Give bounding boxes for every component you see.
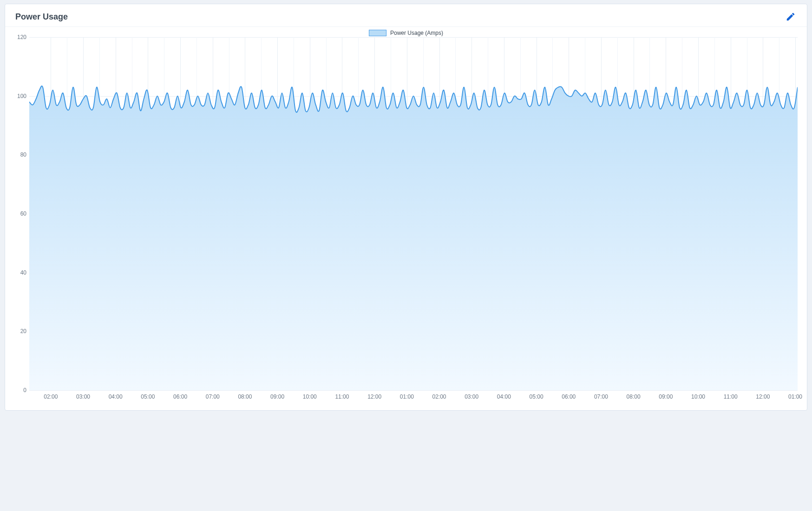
x-tick-label: 02:00 xyxy=(44,393,58,400)
x-tick-label: 09:00 xyxy=(659,393,673,400)
y-tick-label: 0 xyxy=(13,387,26,393)
x-tick-label: 06:00 xyxy=(562,393,576,400)
x-tick-label: 05:00 xyxy=(141,393,155,400)
x-tick-label: 12:00 xyxy=(756,393,770,400)
x-tick-label: 04:00 xyxy=(497,393,511,400)
x-tick-label: 08:00 xyxy=(627,393,641,400)
x-tick-label: 10:00 xyxy=(691,393,705,400)
x-tick-label: 07:00 xyxy=(594,393,608,400)
chart-area: 020406080100120 02:0003:0004:0005:0006:0… xyxy=(5,37,807,410)
x-tick-label: 01:00 xyxy=(400,393,414,400)
y-tick-label: 80 xyxy=(13,151,26,158)
x-tick-label: 03:00 xyxy=(76,393,90,400)
card-header: Power Usage xyxy=(5,4,807,27)
power-usage-card: Power Usage Power Usage (Amps) 020406080… xyxy=(5,4,807,411)
edit-button[interactable] xyxy=(783,9,799,25)
x-tick-label: 02:00 xyxy=(432,393,446,400)
y-tick-label: 120 xyxy=(13,34,26,40)
x-tick-label: 07:00 xyxy=(206,393,220,400)
x-tick-label: 11:00 xyxy=(335,393,349,400)
x-tick-label: 05:00 xyxy=(530,393,544,400)
x-tick-label: 01:00 xyxy=(788,393,802,400)
x-tick-label: 10:00 xyxy=(303,393,317,400)
legend-label: Power Usage (Amps) xyxy=(390,30,443,36)
x-tick-label: 03:00 xyxy=(465,393,478,400)
x-tick-label: 12:00 xyxy=(367,393,381,400)
x-tick-label: 06:00 xyxy=(173,393,187,400)
x-tick-label: 08:00 xyxy=(238,393,252,400)
chart-legend: Power Usage (Amps) xyxy=(5,27,807,37)
pencil-icon xyxy=(786,12,796,22)
y-tick-label: 60 xyxy=(13,210,26,217)
series-area xyxy=(29,86,798,390)
y-tick-label: 20 xyxy=(13,328,26,334)
y-tick-label: 40 xyxy=(13,269,26,276)
x-tick-label: 11:00 xyxy=(724,393,738,400)
gridline-h xyxy=(29,390,798,391)
card-title: Power Usage xyxy=(15,12,68,22)
x-tick-label: 09:00 xyxy=(270,393,284,400)
legend-swatch xyxy=(369,30,386,36)
y-tick-label: 100 xyxy=(13,93,26,99)
x-tick-label: 04:00 xyxy=(109,393,123,400)
